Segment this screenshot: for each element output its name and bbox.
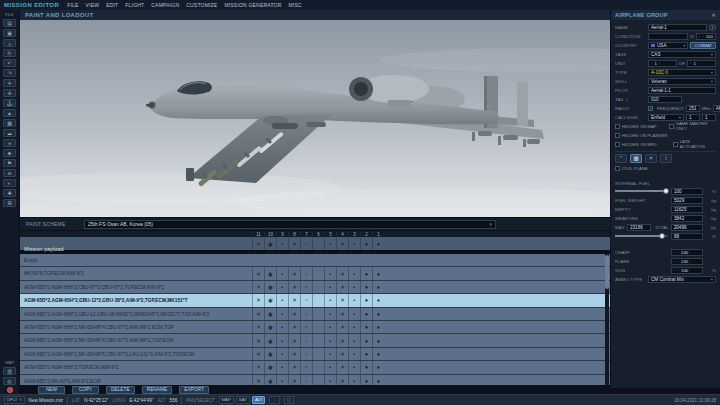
- payload-row[interactable]: AGM-65D*2,AGM-65H*2,MK-82AIR*4,CBU-87*2,…: [20, 334, 610, 347]
- payload-row[interactable]: AGM-65D*2,AGM-65H*2,MK-82AIR*4,CBU-87*2,…: [20, 321, 610, 334]
- grid-icon[interactable]: ⊞: [3, 199, 16, 207]
- loadout-tab[interactable]: ▦: [630, 154, 642, 163]
- type-select[interactable]: A-10C II ▾: [648, 69, 716, 76]
- unit-count-stepper[interactable]: ‹1›: [648, 60, 677, 67]
- country-select[interactable]: USA ▾: [648, 42, 688, 49]
- hidden-on-mfd-checkbox[interactable]: [615, 142, 620, 147]
- view-map-button[interactable]: MAP: [219, 396, 234, 404]
- new-button[interactable]: NEW: [38, 386, 65, 394]
- group-name-input[interactable]: Aerial-1: [648, 24, 707, 31]
- mission-payload-row[interactable]: Mission payload ✕◉▪✕▫▪✕▪●♦: [20, 237, 610, 250]
- fit-view-button[interactable]: ⇔: [269, 396, 279, 404]
- menu-edit[interactable]: EDIT: [106, 2, 118, 8]
- tail-number-input[interactable]: 010: [648, 96, 682, 103]
- payload-row[interactable]: AGM-65D*2,AGM-65H*2,CBU-87*2,CBU-97*2,TG…: [20, 281, 610, 294]
- callsign-num1-input[interactable]: 1: [686, 114, 700, 121]
- payload-row[interactable]: AGM-65D*2,MK-82*6,AIM-9*2,ECM✕◉▪✕▫▪✕▪●♦: [20, 375, 610, 385]
- modulation-select[interactable]: AM: [713, 105, 720, 112]
- paint-scheme-select[interactable]: 25th FS Osan AB, Korea (05) ▾: [84, 220, 496, 229]
- stepper-right-icon[interactable]: ›: [702, 34, 703, 39]
- payload-row[interactable]: MK-82*6,TGP,ECM,AIM-9*2✕◉▪✕▫▪✕▪●♦: [20, 267, 610, 280]
- menu-file[interactable]: FILE: [67, 2, 78, 8]
- menu-flight[interactable]: FLIGHT: [125, 2, 144, 8]
- combat-button[interactable]: COMBAT: [690, 42, 716, 49]
- add-airplane-icon[interactable]: ✈: [3, 79, 16, 87]
- payload-row[interactable]: Empty: [20, 254, 610, 267]
- flag-icon[interactable]: ⚑: [3, 159, 16, 167]
- hidden-on-planner-checkbox[interactable]: [615, 133, 620, 138]
- ruler-icon[interactable]: ≋: [3, 169, 16, 177]
- briefing-icon[interactable]: ⎘: [3, 49, 16, 57]
- gun-stepper[interactable]: ‹›100: [671, 267, 703, 274]
- rename-button[interactable]: RENAME: [142, 386, 173, 394]
- internal-fuel-slider[interactable]: [615, 190, 668, 192]
- flare-stepper[interactable]: ‹›240: [671, 258, 703, 265]
- zones-icon[interactable]: ◈: [3, 149, 16, 157]
- radio-checkbox[interactable]: ✓: [648, 106, 653, 111]
- map-layer-icon[interactable]: ▥: [3, 367, 16, 375]
- redo-icon[interactable]: ↷: [3, 69, 16, 77]
- payload-row[interactable]: AGM-65D*2,AGM-65H*2,GBU-12*2,GBU-38*2,AI…: [20, 294, 610, 307]
- add-vehicle-icon[interactable]: ▲: [3, 109, 16, 117]
- payload-row[interactable]: AGM-65D*2,AGM-65H*2,TGP,ECM,AIM-9*2✕◉▪✕▫…: [20, 361, 610, 374]
- add-helicopter-icon[interactable]: ✣: [3, 89, 16, 97]
- payload-list-scrollbar[interactable]: [605, 254, 609, 385]
- map-options-icon[interactable]: ◎: [3, 377, 16, 385]
- task-select[interactable]: CAS ▾: [648, 51, 716, 58]
- aircraft-3d-viewport[interactable]: [20, 20, 610, 217]
- coord-format-select[interactable]: DFLT ▾: [4, 396, 25, 404]
- late-activation-checkbox[interactable]: [673, 142, 678, 147]
- copy-button[interactable]: COPY: [72, 386, 99, 394]
- unit-total-stepper[interactable]: ‹1›: [687, 60, 716, 67]
- view-sat-button[interactable]: SAT: [236, 396, 250, 404]
- ammo-type-select[interactable]: CM Combat Mix ▾: [648, 276, 716, 283]
- menu-campaign[interactable]: CAMPAIGN: [151, 2, 179, 8]
- menu-mission-generator[interactable]: MISSION GENERATOR: [224, 2, 281, 8]
- condition-stepper[interactable]: ‹ › 100: [696, 33, 716, 40]
- view-alt-button[interactable]: ALT: [252, 396, 266, 404]
- condition-input[interactable]: [648, 33, 688, 40]
- save-mission-icon[interactable]: ⤓: [3, 39, 16, 47]
- slider-knob[interactable]: [663, 188, 669, 194]
- chaff-stepper[interactable]: ‹›240: [671, 249, 703, 256]
- add-ship-icon[interactable]: ⚓: [3, 99, 16, 107]
- delete-button[interactable]: DELETE: [106, 386, 135, 394]
- fullscreen-button[interactable]: ▢: [284, 396, 294, 404]
- hidden-on-map-checkbox[interactable]: [615, 124, 620, 129]
- scrollbar-thumb[interactable]: [605, 255, 609, 289]
- skill-select[interactable]: Veteran ▾: [648, 78, 716, 85]
- close-icon[interactable]: ✕: [712, 10, 716, 20]
- open-mission-icon[interactable]: ▣: [3, 29, 16, 37]
- slider-knob[interactable]: [659, 233, 665, 239]
- civil-plane-checkbox[interactable]: [615, 166, 620, 171]
- templates-icon[interactable]: ◐: [3, 179, 16, 187]
- internal-fuel-value[interactable]: 100: [671, 188, 703, 195]
- station-weapon-icon: ●: [360, 294, 372, 306]
- route-tab[interactable]: ⌃: [615, 154, 627, 163]
- station-weapon-icon: ●: [360, 361, 372, 373]
- payload-row[interactable]: AGM-65D*2,AGM-65H*2,MK-82AIR*6,CBU-87*2,…: [20, 348, 610, 361]
- add-point-icon[interactable]: ✚: [3, 189, 16, 197]
- menu-misc[interactable]: MISC: [289, 2, 302, 8]
- total-weight-slider[interactable]: [615, 235, 668, 237]
- frequency-input[interactable]: 251: [686, 105, 700, 112]
- new-mission-icon[interactable]: ▤: [3, 19, 16, 27]
- menu-view[interactable]: VIEW: [86, 2, 100, 8]
- undo-icon[interactable]: ↶: [3, 59, 16, 67]
- callsign-select[interactable]: Enfield ▾: [648, 114, 684, 121]
- callsign-num2-input[interactable]: 1: [702, 114, 716, 121]
- station-weapon-icon: ▪: [324, 281, 336, 293]
- stepper-left-icon[interactable]: ‹: [699, 34, 700, 39]
- pilot-input[interactable]: Aerial-1-1: [648, 87, 716, 94]
- weather-icon[interactable]: ☁: [3, 129, 16, 137]
- add-static-icon[interactable]: ▦: [3, 119, 16, 127]
- payload-row-icons: ✕◉▪✕▫▪✕▪●♦: [252, 348, 388, 360]
- abort-tab[interactable]: ✕: [645, 154, 657, 163]
- menu-items: FILEVIEWEDITFLIGHTCAMPAIGNCUSTOMIZEMISSI…: [67, 2, 302, 8]
- menu-customize[interactable]: CUSTOMIZE: [186, 2, 217, 8]
- ok-status-icon[interactable]: ●: [3, 139, 16, 147]
- summary-tab[interactable]: Ι: [660, 154, 672, 163]
- payload-row[interactable]: AGM-65D*2,AGM-65H*2,GBU-12,GBU-38,MK82*2…: [20, 308, 610, 321]
- export-button[interactable]: EXPORT: [179, 386, 209, 394]
- game-master-only-checkbox[interactable]: [669, 124, 674, 129]
